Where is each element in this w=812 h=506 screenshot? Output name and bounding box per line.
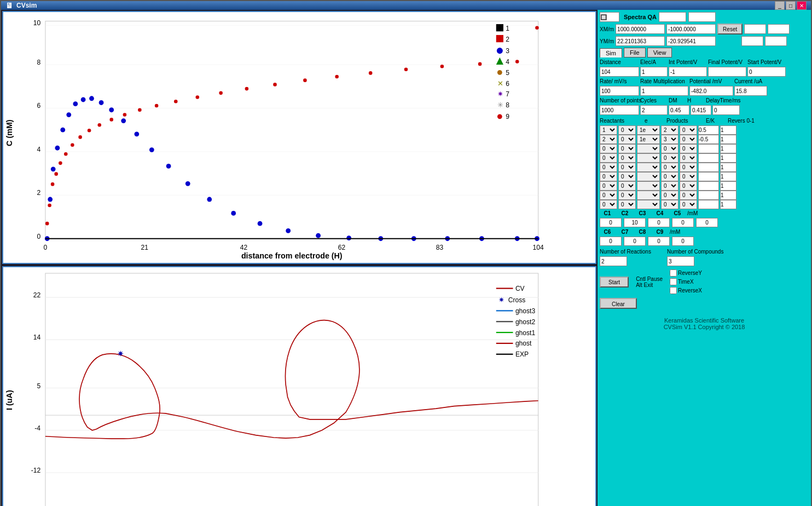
rev-8[interactable] xyxy=(720,191,736,200)
ek-1[interactable] xyxy=(698,125,719,135)
rev-1[interactable] xyxy=(720,125,736,135)
r1-5[interactable]: 0 xyxy=(600,163,617,172)
ek-7[interactable] xyxy=(698,181,719,191)
spectra-qa-input1[interactable] xyxy=(659,12,686,22)
e-1[interactable]: 1e2e0 xyxy=(637,125,660,135)
e-5[interactable] xyxy=(637,163,660,172)
r1-1[interactable]: 1023 xyxy=(600,125,617,135)
c2-input[interactable] xyxy=(624,218,646,227)
c8-input[interactable] xyxy=(648,237,670,246)
r1-3[interactable]: 0 xyxy=(600,144,617,153)
reset-button[interactable]: Reset xyxy=(717,24,743,34)
clear-button[interactable]: Clear xyxy=(600,298,637,309)
p2-1[interactable]: 01 xyxy=(680,125,697,135)
reversey-checkbox[interactable] xyxy=(670,269,677,277)
current-input[interactable] xyxy=(734,86,767,96)
p2-3[interactable]: 0 xyxy=(680,144,697,153)
xm-input2[interactable] xyxy=(666,24,716,34)
c3-input[interactable] xyxy=(648,218,670,227)
r1-4[interactable]: 0 xyxy=(600,153,617,163)
e-2[interactable]: 1e2e0 xyxy=(637,135,660,144)
p1-1[interactable]: 2013 xyxy=(661,125,678,135)
rev-2[interactable] xyxy=(720,135,736,144)
p2-7[interactable]: 0 xyxy=(680,181,697,191)
r2-9[interactable]: 0 xyxy=(618,200,636,209)
rev-6[interactable] xyxy=(720,172,736,181)
delay-input[interactable] xyxy=(712,105,740,115)
ym-input1[interactable] xyxy=(616,36,665,46)
reversex-checkbox-label[interactable]: ReverseX xyxy=(670,287,702,294)
p2-9[interactable]: 0 xyxy=(680,200,697,209)
r1-9[interactable]: 0 xyxy=(600,200,617,209)
rate-mult-input[interactable] xyxy=(640,86,688,96)
ym-input2[interactable] xyxy=(666,36,716,46)
h-input[interactable] xyxy=(691,105,711,115)
maximize-button[interactable]: □ xyxy=(786,1,796,10)
e-8[interactable] xyxy=(637,191,660,200)
xm-extra1[interactable] xyxy=(744,24,766,34)
r1-7[interactable]: 0 xyxy=(600,181,617,191)
view-tab[interactable]: View xyxy=(647,48,672,58)
ek-6[interactable] xyxy=(698,172,719,181)
rev-9[interactable] xyxy=(720,200,736,209)
c6-input[interactable] xyxy=(600,237,622,246)
num-compounds-input[interactable] xyxy=(667,256,694,266)
start-button[interactable]: Start xyxy=(600,277,629,288)
c1-input[interactable] xyxy=(600,218,622,227)
e-4[interactable] xyxy=(637,153,660,163)
e-3[interactable] xyxy=(637,144,660,153)
final-potent-input[interactable] xyxy=(708,67,746,77)
e-6[interactable] xyxy=(637,172,660,181)
dm-input[interactable] xyxy=(669,105,689,115)
ek-5[interactable] xyxy=(698,163,719,172)
r2-1[interactable]: 012 xyxy=(618,125,636,135)
ek-2[interactable] xyxy=(698,135,719,144)
r2-2[interactable]: 01 xyxy=(618,135,636,144)
r2-3[interactable]: 0 xyxy=(618,144,636,153)
reversey-checkbox-label[interactable]: ReverseY xyxy=(670,269,702,277)
p1-7[interactable]: 0 xyxy=(661,181,678,191)
elec-input[interactable] xyxy=(640,67,668,77)
potential-input[interactable] xyxy=(689,86,733,96)
c9-input[interactable] xyxy=(672,237,694,246)
r2-5[interactable]: 0 xyxy=(618,163,636,172)
rate-input[interactable] xyxy=(600,86,639,96)
r1-8[interactable]: 0 xyxy=(600,191,617,200)
p1-4[interactable]: 0 xyxy=(661,153,678,163)
num-points-input[interactable] xyxy=(600,105,639,115)
p2-8[interactable]: 0 xyxy=(680,191,697,200)
r1-6[interactable]: 0 xyxy=(600,172,617,181)
rev-3[interactable] xyxy=(720,144,736,153)
r2-7[interactable]: 0 xyxy=(618,181,636,191)
r2-6[interactable]: 0 xyxy=(618,172,636,181)
p2-6[interactable]: 0 xyxy=(680,172,697,181)
p1-6[interactable]: 0 xyxy=(661,172,678,181)
start-potent-input[interactable] xyxy=(747,67,786,77)
r2-8[interactable]: 0 xyxy=(618,191,636,200)
reversex-checkbox[interactable] xyxy=(670,287,677,294)
ym-extra2[interactable] xyxy=(765,36,787,46)
minimize-button[interactable]: _ xyxy=(775,1,785,10)
int-potent-input[interactable] xyxy=(669,67,707,77)
r2-4[interactable]: 0 xyxy=(618,153,636,163)
ek-3[interactable] xyxy=(698,144,719,153)
p1-9[interactable]: 0 xyxy=(661,200,678,209)
rev-5[interactable] xyxy=(720,163,736,172)
p1-5[interactable]: 0 xyxy=(661,163,678,172)
close-button[interactable]: ✕ xyxy=(797,1,807,10)
p2-2[interactable]: 01 xyxy=(680,135,697,144)
r1-2[interactable]: 2013 xyxy=(600,135,617,144)
num-reactions-input[interactable] xyxy=(600,256,627,266)
p1-3[interactable]: 0 xyxy=(661,144,678,153)
p1-8[interactable]: 0 xyxy=(661,191,678,200)
ek-4[interactable] xyxy=(698,153,719,163)
p2-5[interactable]: 0 xyxy=(680,163,697,172)
c4-input[interactable] xyxy=(672,218,694,227)
e-9[interactable] xyxy=(637,200,660,209)
xm-extra2[interactable] xyxy=(768,24,790,34)
p1-2[interactable]: 3012 xyxy=(661,135,678,144)
timex-checkbox[interactable] xyxy=(670,278,677,285)
file-tab[interactable]: File xyxy=(624,48,646,58)
ek-9[interactable] xyxy=(698,200,719,209)
xm-input1[interactable] xyxy=(616,24,665,34)
